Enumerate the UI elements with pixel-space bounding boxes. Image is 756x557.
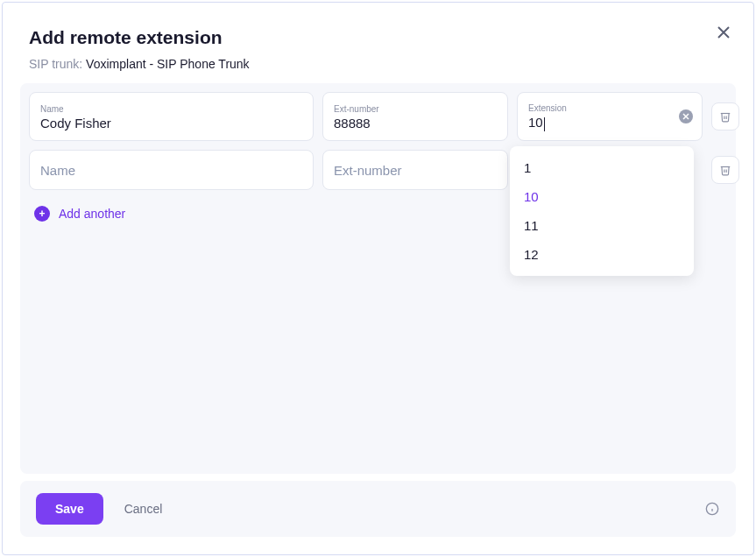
- trash-icon: [719, 110, 731, 123]
- ext-number-input[interactable]: [334, 163, 497, 178]
- name-field[interactable]: [29, 150, 314, 190]
- name-input[interactable]: [40, 163, 302, 178]
- delete-row-button[interactable]: [711, 156, 739, 184]
- extension-field[interactable]: Extension 10: [517, 92, 703, 141]
- add-another-button[interactable]: + Add another: [29, 199, 131, 229]
- extension-input[interactable]: 10: [528, 115, 691, 130]
- trash-icon: [719, 164, 731, 176]
- save-button[interactable]: Save: [36, 493, 103, 525]
- ext-number-field[interactable]: [322, 150, 508, 190]
- cancel-button[interactable]: Cancel: [124, 502, 163, 516]
- sip-trunk-label: SIP trunk:: [29, 57, 82, 71]
- extension-dropdown: 1 10 11 12: [510, 146, 694, 276]
- add-remote-extension-modal: Add remote extension SIP trunk: Voximpla…: [2, 2, 754, 555]
- dropdown-option[interactable]: 12: [510, 240, 694, 269]
- ext-number-label: Ext-number: [334, 104, 497, 114]
- close-button[interactable]: [715, 24, 732, 41]
- modal-footer: Save Cancel: [20, 481, 736, 537]
- name-label: Name: [40, 104, 302, 114]
- sip-trunk-value: Voximplant - SIP Phone Trunk: [86, 57, 250, 71]
- ext-number-field[interactable]: Ext-number: [322, 92, 508, 141]
- extension-row: Name Ext-number Extension 10: [29, 92, 727, 141]
- clear-extension-button[interactable]: [679, 109, 693, 123]
- name-input[interactable]: [40, 116, 302, 130]
- close-icon: [717, 26, 730, 39]
- plus-icon: +: [34, 206, 50, 222]
- delete-row-button[interactable]: [711, 102, 739, 130]
- modal-title: Add remote extension: [29, 27, 727, 48]
- dropdown-option[interactable]: 10: [510, 182, 694, 211]
- modal-subtitle: SIP trunk: Voximplant - SIP Phone Trunk: [29, 57, 727, 71]
- info-icon[interactable]: [704, 501, 720, 517]
- add-another-label: Add another: [59, 207, 125, 221]
- extension-label: Extension: [528, 103, 691, 113]
- modal-body: Name Ext-number Extension 10: [20, 83, 736, 474]
- name-field[interactable]: Name: [29, 92, 314, 141]
- dropdown-option[interactable]: 1: [510, 153, 694, 182]
- ext-number-input[interactable]: [334, 116, 497, 130]
- clear-icon: [682, 113, 689, 120]
- modal-header: Add remote extension SIP trunk: Voximpla…: [3, 3, 753, 83]
- dropdown-option[interactable]: 11: [510, 211, 694, 240]
